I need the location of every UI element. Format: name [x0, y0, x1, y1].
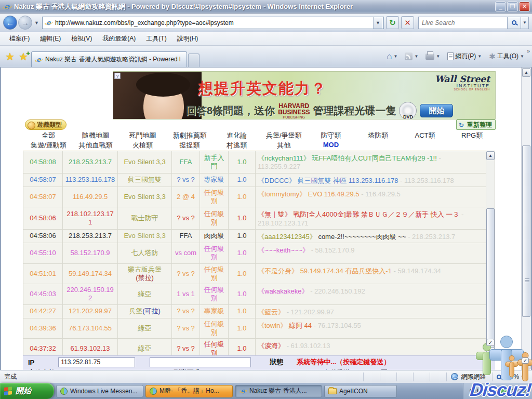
category-link[interactable]: 死鬥地圖: [119, 131, 166, 140]
printer-icon: [425, 54, 434, 60]
tools-menu-button[interactable]: ✱工具(O)▼: [486, 50, 527, 63]
cell-level: 任何級別: [200, 187, 229, 207]
menu-item[interactable]: 檔案(F): [4, 32, 35, 45]
category-link[interactable]: 集遊/運動類: [25, 141, 72, 150]
taskbar-item-messenger[interactable]: Windows Live Messen...: [56, 385, 143, 397]
category-link[interactable]: 其他: [260, 141, 308, 150]
category-link[interactable]: 隨機地圖: [72, 131, 119, 140]
category-link[interactable]: 兵堡/爭堡類: [260, 131, 308, 140]
table-scrollbar[interactable]: ▲ ▼: [486, 151, 495, 356]
table-row: 04:58:08 218.253.213.7 Evo Silent 3,3 FF…: [23, 151, 486, 174]
category-link[interactable]: 捉捉類: [166, 141, 214, 150]
category-link[interactable]: 全部: [25, 131, 72, 140]
menu-item[interactable]: 說明(H): [172, 32, 204, 45]
cell-ip: 58.152.170.9: [63, 243, 118, 263]
print-button[interactable]: ▼: [423, 52, 443, 61]
form-row-1: IP 內容 狀態 系統等待中...（按確定鍵發送）: [23, 356, 495, 368]
category-link[interactable]: 防守類: [308, 131, 355, 140]
history-dropdown-icon[interactable]: ▼: [34, 20, 39, 25]
search-box[interactable]: [418, 17, 508, 29]
folder-icon: [328, 388, 337, 394]
cell-mode: 2 @ 4: [172, 187, 200, 207]
close-button[interactable]: ✕: [519, 2, 530, 11]
search-input[interactable]: [422, 19, 507, 26]
toolbar-overflow-chevron[interactable]: »: [527, 48, 530, 54]
table-row: 04:37:32 61.93.102.13 綠亞 ? vs ? 任何級別 1.0…: [23, 339, 486, 356]
favorites-star-icon[interactable]: ★: [5, 50, 15, 63]
search-dropdown-icon[interactable]: ▼: [521, 17, 529, 29]
category-link[interactable]: 進化論: [213, 131, 260, 140]
menu-item[interactable]: 編輯(E): [35, 32, 66, 45]
ip-input[interactable]: [58, 357, 135, 367]
person-figure-orange-large: [517, 352, 532, 381]
messenger-icon: [60, 388, 68, 395]
cell-version: 1.0: [229, 318, 256, 339]
page-menu-button[interactable]: 網頁(P)▼: [445, 50, 484, 62]
start-label: 開始: [16, 386, 31, 396]
url-input[interactable]: [55, 19, 373, 26]
cell-ip: 61.93.102.13: [63, 339, 118, 356]
forward-button[interactable]: →: [18, 16, 32, 30]
cell-level: 專家級: [200, 305, 229, 318]
content-input[interactable]: [150, 357, 251, 367]
cell-map: 綠亞: [118, 339, 172, 356]
start-button[interactable]: 開始: [0, 383, 54, 399]
stop-button[interactable]: ✕: [401, 16, 414, 29]
maximize-button[interactable]: ❐: [507, 2, 518, 11]
add-favorite-icon[interactable]: ★: [19, 50, 28, 63]
menu-item[interactable]: 檢視(V): [66, 32, 97, 45]
page-content: ? 想提升英文能力？ 回答8條問題，送你 HARVARDBUSINESSPUBL…: [0, 68, 532, 370]
cell-ip: 218.102.123.171: [63, 207, 118, 229]
category-link[interactable]: RPG類: [448, 131, 496, 140]
scrollbar-thumb[interactable]: [522, 145, 530, 317]
ie-logo-icon: [2, 2, 11, 11]
scrollbar-thumb[interactable]: [486, 208, 495, 348]
category-link[interactable]: 村逃類: [213, 141, 260, 150]
scroll-up-icon[interactable]: ▲: [486, 151, 495, 160]
cell-version: 1.0: [229, 151, 256, 173]
cell-description: 《不是分身》 59.149.174.34 有品兵堡快入-1 - 59.149.1…: [256, 264, 486, 284]
cell-description: 《~~~keith~~~》 - 58.152.170.9: [256, 243, 486, 263]
taskbar-item-folder[interactable]: AgeIICON: [324, 385, 397, 397]
taskbar-item-chat-alert[interactable]: M群- 「香。講」Ho...: [145, 385, 233, 397]
ip-submit-form: IP 內容 狀態 系統等待中...（按確定鍵發送） 上線人數 列隊要求 自動發送: [23, 355, 495, 370]
category-link[interactable]: 其他血戰類: [72, 141, 119, 150]
category-link[interactable]: 新劇推薦類: [166, 131, 214, 140]
cell-map: 兵堡(可拉): [118, 305, 172, 318]
taskbar-item-ie-active[interactable]: Nakuz 樂古 香港人...: [235, 385, 322, 397]
category-row-1: 全部隨機地圖死鬥地圖新劇推薦類進化論兵堡/爭堡類防守類塔防類ACT類RPG類: [25, 131, 496, 140]
url-field[interactable]: ▼: [42, 17, 384, 29]
rss-button[interactable]: ▼: [402, 51, 421, 62]
favicon-icon: [45, 19, 52, 26]
cell-description: 《無｜雙》 戰防[全人4000金]最難 禁ＢＵＧ／２９／新手 快入 一３ - 2…: [256, 207, 486, 229]
status-text: 系統等待中...（按確定鍵發送）: [297, 357, 390, 367]
magnifier-icon: [512, 20, 516, 25]
banner-start-button[interactable]: 開始: [420, 104, 453, 117]
category-link[interactable]: MOD: [308, 141, 355, 150]
menu-item[interactable]: 我的最愛(A): [97, 32, 141, 45]
window-scrollbar[interactable]: ▲ ▼: [521, 68, 531, 370]
cell-time: 04:58:07: [23, 174, 63, 187]
discuz-watermark: Discuz!: [469, 379, 532, 399]
banner-ad[interactable]: ? 想提升英文能力？ 回答8條問題，送你 HARVARDBUSINESSPUBL…: [113, 71, 496, 119]
cell-version: 1.0: [229, 230, 256, 243]
category-link[interactable]: 火槍類: [119, 141, 166, 150]
tab-active[interactable]: Nakuz 樂古 香港人氣網遊攻略資訊網 - Powered by ...: [31, 51, 187, 67]
cell-map: 戰士防守: [118, 207, 172, 229]
category-link[interactable]: ACT類: [402, 131, 449, 140]
minimize-button[interactable]: _: [495, 2, 506, 11]
page-icon: [447, 52, 454, 60]
cell-ip: 76.173.104.55: [63, 318, 118, 339]
back-button[interactable]: ←: [3, 16, 17, 30]
new-tab-stub[interactable]: [188, 54, 200, 67]
search-button[interactable]: [508, 17, 521, 29]
url-dropdown-icon[interactable]: ▼: [373, 17, 382, 29]
table-row: 04:58:07 113.253.116.178 眞三國無雙 ? vs ? 專家…: [23, 174, 486, 187]
category-link[interactable]: 塔防類: [354, 131, 402, 140]
cell-version: 1.0: [229, 305, 256, 318]
scroll-up-icon[interactable]: ▲: [522, 68, 530, 77]
refresh-button[interactable]: ↻: [386, 16, 399, 29]
menu-item[interactable]: 工具(T): [141, 32, 171, 45]
reload-list-button[interactable]: 重新整理: [456, 119, 496, 130]
home-button[interactable]: ⌂▼: [384, 50, 400, 63]
